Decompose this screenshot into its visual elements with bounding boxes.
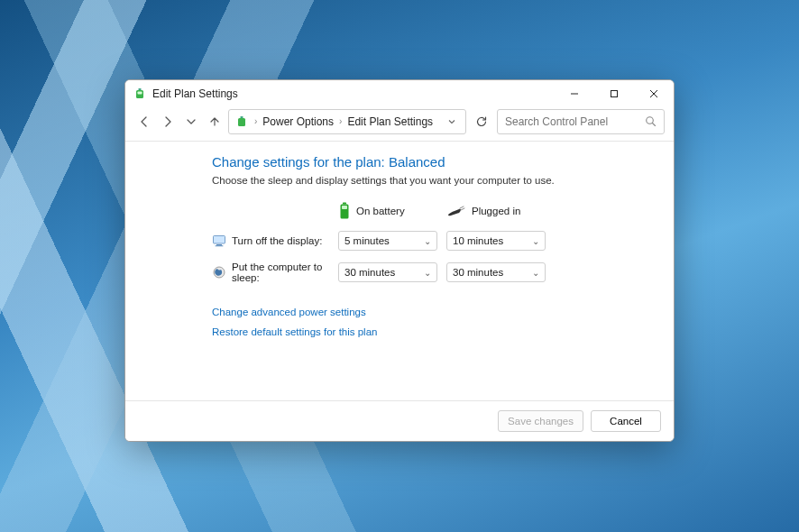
svg-rect-12 [216,245,224,246]
svg-rect-11 [216,244,222,245]
chevron-down-icon: ⌄ [424,236,431,246]
sleep-plugged-select[interactable]: 30 minutes ⌄ [446,262,546,282]
breadcrumb-item[interactable]: Edit Plan Settings [347,115,433,128]
chevron-down-icon: ⌄ [532,268,539,278]
chevron-down-icon: ⌄ [532,236,539,246]
control-panel-window: Edit Plan Settings [124,79,675,442]
cancel-button[interactable]: Cancel [591,410,661,432]
svg-rect-3 [611,91,618,97]
control-panel-icon [234,115,249,129]
svg-rect-9 [342,206,347,209]
plug-icon [446,205,466,217]
select-value: 10 minutes [453,235,503,246]
battery-icon [338,202,351,220]
sleep-battery-select[interactable]: 30 minutes ⌄ [338,262,437,282]
search-icon [645,115,657,127]
titlebar: Edit Plan Settings [125,80,674,107]
svg-rect-10 [214,236,225,244]
chevron-down-icon: ⌄ [424,268,431,278]
column-header-plugged: Plugged in [446,205,546,217]
select-value: 30 minutes [453,267,503,278]
svg-rect-4 [241,116,243,118]
nav-up-button[interactable] [205,111,225,133]
row-text: Turn off the display: [232,235,322,246]
settings-grid: On battery Plugged in [212,202,663,283]
page-heading: Change settings for the plan: Balanced [212,154,663,170]
restore-defaults-link[interactable]: Restore default settings for this plan [212,326,377,337]
sleep-icon [212,265,226,280]
row-label-display: Turn off the display: [212,234,329,248]
row-text: Put the computer to sleep: [232,261,329,283]
content-area: Change settings for the plan: Balanced C… [125,142,674,400]
maximize-button[interactable] [594,80,634,107]
display-battery-select[interactable]: 5 minutes ⌄ [338,231,437,251]
minimize-button[interactable] [555,80,594,107]
nav-back-button[interactable] [134,111,154,133]
breadcrumb-item[interactable]: Power Options [262,115,334,128]
nav-forward-button[interactable] [158,111,178,133]
page-description: Choose the sleep and display settings th… [212,175,663,186]
refresh-button[interactable] [470,109,493,134]
save-changes-button: Save changes [498,410,583,432]
links-section: Change advanced power settings Restore d… [212,307,663,337]
navigation-bar: › Power Options › Edit Plan Settings [125,107,674,142]
search-input[interactable] [505,115,645,128]
address-bar[interactable]: › Power Options › Edit Plan Settings [228,109,466,134]
footer-buttons: Save changes Cancel [125,400,674,441]
window-title: Edit Plan Settings [152,87,555,100]
address-dropdown-button[interactable] [444,117,460,126]
select-value: 30 minutes [344,267,395,278]
svg-rect-5 [238,118,245,126]
row-label-sleep: Put the computer to sleep: [212,261,329,283]
chevron-right-icon[interactable]: › [337,116,344,126]
display-plugged-select[interactable]: 10 minutes ⌄ [446,231,546,251]
search-box[interactable] [497,109,665,134]
column-header-battery: On battery [338,202,437,220]
advanced-power-settings-link[interactable]: Change advanced power settings [212,307,366,317]
column-label: On battery [356,206,405,216]
column-label: Plugged in [472,206,520,216]
select-value: 5 minutes [344,235,390,246]
svg-rect-2 [138,92,142,95]
nav-recent-dropdown[interactable] [181,111,201,133]
close-button[interactable] [634,80,674,107]
chevron-right-icon[interactable]: › [253,116,259,126]
svg-rect-7 [343,203,346,205]
power-options-app-icon [133,87,147,101]
svg-rect-0 [139,88,142,90]
display-icon [212,234,226,248]
